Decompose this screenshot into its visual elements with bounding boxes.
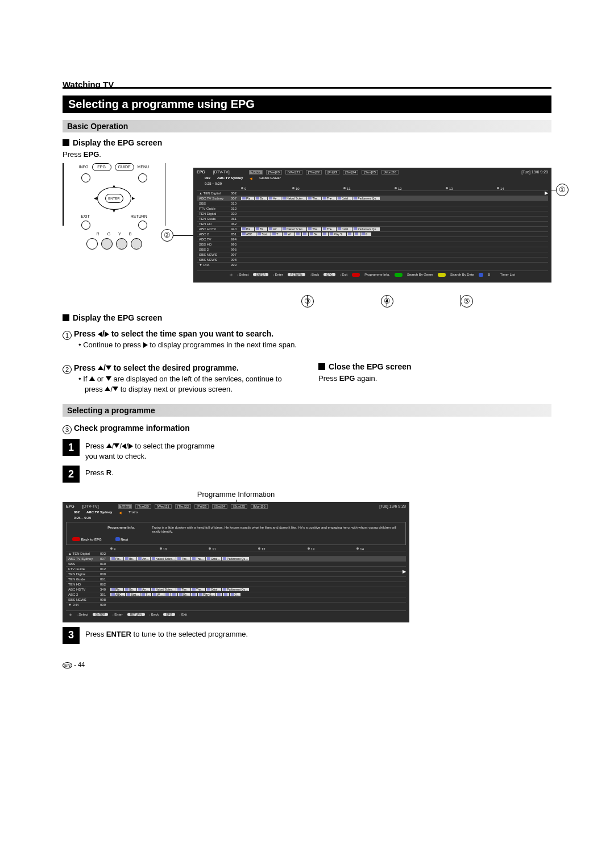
epg-scroll-right-icon: ▶ <box>545 190 548 196</box>
step-2-note: If or are displayed on the left of the s… <box>78 374 296 394</box>
remote-label-g: G <box>107 232 110 236</box>
remote-blue-button <box>131 238 142 250</box>
epg-channel-row: ABC HDTV340Pla…Ba…Arr…Naked Scien…The…Th… <box>66 587 406 592</box>
epg-programme-cell <box>295 232 301 236</box>
epg-programme-cells: Pla…Ba…Arr…Naked Scien…The…The…Catal…Par… <box>110 557 406 560</box>
numbered-step-3: 3 Press ENTER to tune to the selected pr… <box>63 627 551 644</box>
epg-foot-red-icon <box>352 273 360 277</box>
epg-foot-epg-pill: EPG <box>323 273 335 276</box>
epg-channel-name: FTV Guide <box>197 207 231 210</box>
epg-programme-cell: Naked Scien… <box>151 588 176 591</box>
epg-time-cell: 13 <box>446 187 497 190</box>
epg-programme-cell <box>171 593 177 596</box>
epg2-foot-exit: : Exit <box>180 613 187 616</box>
epg-channel-row: TEN HD062 <box>197 221 548 226</box>
epg-channel-row: ABC TV Sydney007Pla…Ba…Arr…Naked Scien…T… <box>66 556 406 561</box>
epg-day-tab: [Thu]22 <box>306 170 322 175</box>
epg2-current-programme: Trotro <box>128 510 138 514</box>
remote-diagram: INFO EPG GUIDE MENU ENTER ▲ ▼ ◀ ▶ <box>63 163 165 250</box>
epg-channel-number: 010 <box>231 202 241 205</box>
epg-programme-cell: The… <box>307 227 321 231</box>
epg-programme-cell <box>164 593 171 596</box>
epg-programme-cell: Parliament Qu… <box>222 557 249 560</box>
epg-day-tab: [Sun]25 <box>231 504 247 509</box>
numbered-step-3-text: Press ENTER to tune to the selected prog… <box>85 627 248 639</box>
epg-programme-cell: Arr… <box>268 197 281 200</box>
epg2-current-num: 002 <box>74 510 80 514</box>
numbered-step-2: 2 Press R. <box>63 466 551 483</box>
epg2-current-time: 9:25 – 9:29 <box>74 516 91 520</box>
epg-channel-row: SBS NEWS997 <box>197 252 548 257</box>
epg-channel-number: 012 <box>231 207 241 210</box>
callout-1: ① <box>556 184 569 196</box>
epg-time-cell: 14 <box>356 547 406 551</box>
epg-programme-cell: Ba… <box>255 227 267 231</box>
epg-programme-cell: Naked Scien… <box>151 557 176 560</box>
epg-day-tab: [Tue]20 <box>135 504 151 509</box>
epg-day-tab: [Tue]20 <box>266 170 282 175</box>
page-num: 44 <box>78 661 85 668</box>
epg-programme-cell: Ba… <box>255 197 267 200</box>
epg-channel-row: ABC TV Sydney007Pla…Ba…Arr…Naked Scien…T… <box>197 196 548 201</box>
epg-programme-cell: The… <box>191 557 205 560</box>
epg-programme-cell <box>191 593 197 596</box>
epg-title: EPG <box>197 170 205 174</box>
epg-day-tab: [Wed]21 <box>285 170 302 175</box>
epg-programme-cell: Arr… <box>268 227 281 231</box>
epg-channel-name: TEN HD <box>197 222 231 226</box>
epg-foot-enter-pill: ENTER <box>253 273 268 276</box>
remote-label-menu: MENU <box>138 165 150 169</box>
epg-programme-cell: Catal… <box>206 557 222 560</box>
remote-exit-circle <box>81 221 90 230</box>
epg-day-tab: [Fri]23 <box>194 504 209 509</box>
epg-channel-row: SBS010 <box>197 201 548 206</box>
epg2-title: EPG <box>66 504 74 508</box>
remote-return-circle <box>138 221 147 230</box>
epg-programme-cell: G… <box>360 232 372 236</box>
programme-info-screen: EPG [DTV-TV] Today[Tue]20[Wed]21[Thu]22[… <box>63 502 409 622</box>
epg-time-cell: 12 <box>395 187 446 190</box>
info-next: Next <box>121 538 128 541</box>
epg-foot-select: : Select <box>237 273 248 276</box>
epg-time-cell: 12 <box>258 547 308 551</box>
close-epg-text: Press EPG again. <box>318 373 551 384</box>
epg-channel-name: TEN Digital <box>66 572 100 576</box>
epg-day-tab: [Sat]24 <box>343 170 358 175</box>
remote-epg-button: EPG <box>92 163 111 171</box>
epg-channel-name: ▲ TEN Digital <box>66 552 100 555</box>
epg-channel-row: TEN Guide061 <box>66 576 406 582</box>
epg-datetime: [Tue] 19/6 9:28 <box>521 170 548 174</box>
epg-day-tab: [Sat]24 <box>212 504 227 509</box>
epg-channel-number: 062 <box>100 583 110 586</box>
epg-channel-number: 061 <box>231 217 241 221</box>
page-number: EN - 44 <box>63 661 551 668</box>
remote-label-y: Y <box>118 232 121 236</box>
epg-channel-row: SBS 2996 <box>197 247 548 252</box>
epg-programme-cell: ABC… <box>110 593 125 596</box>
epg-programme-cell: Naked Scien… <box>281 197 306 200</box>
epg-channel-number: 996 <box>231 248 241 251</box>
remote-enter-button: ENTER <box>105 194 123 203</box>
epg-channel-number: 351 <box>100 593 110 596</box>
page-title: Selecting a programme using EPG <box>63 95 551 113</box>
epg2-day-tabs: Today[Tue]20[Wed]21[Thu]22[Fri]23[Sat]24… <box>118 504 268 509</box>
epg-programme-cell: Arr… <box>137 588 150 591</box>
epg2-time-row: 91011121314 <box>110 547 406 551</box>
epg-programme-cell: ABC… <box>241 232 256 236</box>
epg-channel-name: ▼ D44 <box>66 603 100 607</box>
epg-day-tab: [Wed]21 <box>155 504 172 509</box>
epg-channel-name: SBS NEWS <box>66 598 100 601</box>
epg-channel-name: ABC HDTV <box>197 227 231 231</box>
epg-foot-green: Search By Genre <box>407 273 433 276</box>
epg-programme-cells: ABC…Stat…T…W…Se…Play S…G… <box>241 232 548 236</box>
epg-programme-cell: The… <box>307 197 321 200</box>
epg-channel-row: SBS HD995 <box>197 242 548 247</box>
epg-bold: EPG <box>84 150 99 159</box>
remote-label-exit: EXIT <box>81 214 90 218</box>
epg-programme-cell: Pla… <box>110 588 123 591</box>
callout-2: ② <box>161 229 173 242</box>
epg-programme-cell: The… <box>322 227 336 231</box>
epg-programme-cell: Naked Scien… <box>281 227 306 231</box>
epg-channel-number: 061 <box>100 578 110 581</box>
epg-time-cell: 13 <box>308 547 357 551</box>
